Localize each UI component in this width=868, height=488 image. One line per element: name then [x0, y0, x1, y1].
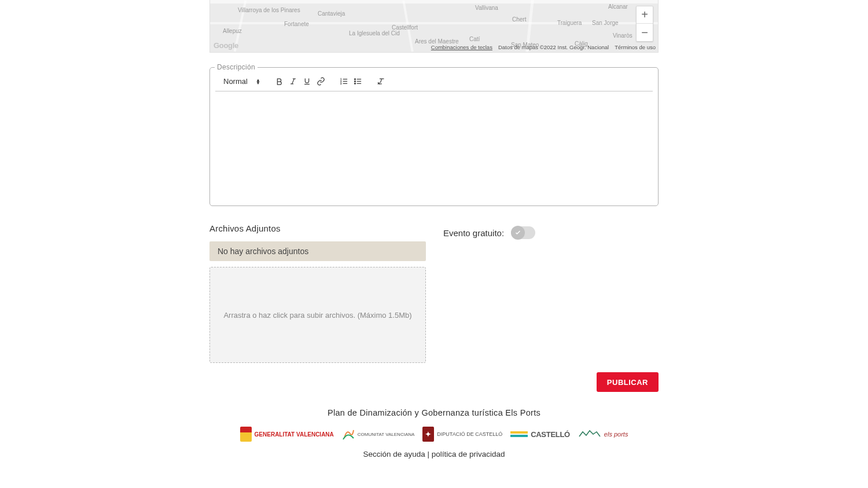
map-shortcuts-link[interactable]: Combinaciones de teclas [431, 44, 492, 50]
check-icon [514, 229, 521, 236]
help-link[interactable]: Sección de ayuda [363, 450, 425, 458]
unordered-list-button[interactable] [352, 75, 365, 88]
map-place-label: Cantavieja [318, 10, 345, 17]
map-place-label: Alcanar [608, 3, 628, 10]
clear-format-button[interactable] [375, 75, 388, 88]
map-place-label: Fortanete [284, 21, 309, 27]
link-button[interactable] [315, 75, 328, 88]
description-panel: Descripción Normal ▲▼ [209, 67, 659, 206]
map-data-attrib: Datos de mapas ©2022 Inst. Geogr. Nacion… [498, 44, 609, 50]
zoom-in-button[interactable]: + [637, 6, 653, 24]
map-place-label: La Iglesuela del Cid [349, 30, 400, 36]
footer-plan-text: Plan de Dinamización y Gobernanza turíst… [140, 408, 728, 417]
logo-castello: CASTELLÓ [510, 425, 570, 443]
dropzone-hint: Arrastra o haz click para subir archivos… [223, 311, 411, 320]
svg-point-14 [355, 81, 356, 82]
map-place-label: Vinaròs [613, 32, 632, 39]
attachments-empty-message: No hay archivos adjuntos [209, 241, 426, 261]
svg-text:3: 3 [341, 83, 342, 85]
map-place-label: Allepuz [223, 28, 242, 34]
ordered-list-button[interactable]: 123 [338, 75, 351, 88]
free-event-label: Evento gratuito: [443, 228, 504, 238]
map-place-label: Catí [469, 36, 480, 42]
logo-comunitat: COMUNITAT VALENCIANA [342, 425, 415, 443]
italic-button[interactable] [287, 75, 300, 88]
svg-rect-22 [510, 435, 528, 437]
heading-select[interactable]: Normal ▲▼ [221, 77, 263, 86]
footer-sep: | [425, 450, 432, 458]
map-place-label: Vallivana [475, 5, 498, 11]
privacy-link[interactable]: política de privacidad [432, 450, 505, 458]
svg-point-13 [355, 79, 356, 80]
attachments-title: Archivos Adjuntos [209, 223, 426, 233]
logo-elsports: els ports [578, 425, 628, 443]
description-textarea[interactable] [215, 91, 653, 201]
logo-generalitat: GENERALITAT VALENCIANA [240, 425, 334, 443]
free-event-toggle[interactable] [511, 226, 535, 239]
map-place-label: San Jorge [592, 20, 619, 26]
bold-button[interactable] [273, 75, 286, 88]
heading-select-value: Normal [223, 77, 248, 86]
map-place-label: Villarroya de los Pinares [238, 7, 300, 13]
logo-diputacio: ✦ DIPUTACIÓ DE CASTELLÓ [422, 425, 502, 443]
svg-rect-21 [510, 431, 528, 434]
map[interactable]: Villarroya de los Pinares Cantavieja Val… [209, 0, 659, 53]
description-legend: Descripción [215, 63, 258, 71]
google-logo: Google [214, 41, 238, 50]
map-terms-link[interactable]: Términos de uso [615, 44, 656, 50]
file-dropzone[interactable]: Arrastra o haz click para subir archivos… [209, 267, 426, 363]
svg-line-2 [292, 79, 295, 84]
svg-point-15 [355, 83, 356, 84]
svg-line-17 [381, 79, 382, 83]
zoom-out-button[interactable]: − [637, 24, 653, 41]
map-place-label: Traiguera [557, 20, 582, 26]
map-place-label: Chert [512, 16, 526, 23]
publish-button[interactable]: PUBLICAR [597, 372, 659, 392]
select-arrows-icon: ▲▼ [256, 79, 260, 85]
underline-button[interactable] [301, 75, 314, 88]
